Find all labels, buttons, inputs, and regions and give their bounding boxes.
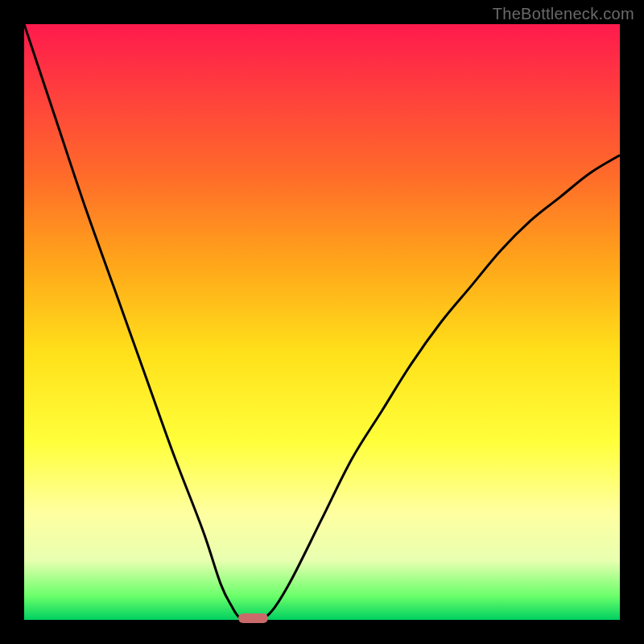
curve-right: [262, 155, 620, 620]
watermark-text: TheBottleneck.com: [493, 5, 634, 23]
chart-frame: TheBottleneck.com: [0, 0, 644, 644]
bottleneck-marker: [238, 613, 268, 623]
chart-curves: [24, 24, 620, 620]
curve-left: [24, 24, 245, 620]
